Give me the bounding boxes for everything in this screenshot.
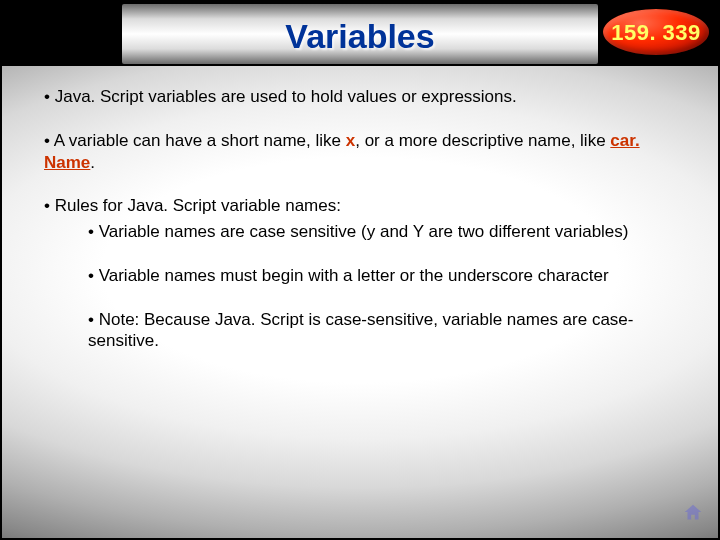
slide-content: • Java. Script variables are used to hol… bbox=[44, 86, 658, 374]
slide-title: Variables bbox=[122, 4, 598, 64]
highlight-x: x bbox=[346, 131, 355, 150]
text: • Java. Script variables are used to hol… bbox=[44, 87, 517, 106]
text: • Variable names must begin with a lette… bbox=[88, 266, 609, 285]
slide: Variables 159. 339 • Java. Script variab… bbox=[0, 0, 720, 540]
text: • Variable names are case sensitive (y a… bbox=[88, 222, 628, 241]
text: • Rules for Java. Script variable names: bbox=[44, 196, 341, 215]
home-icon[interactable] bbox=[682, 502, 704, 524]
text: . bbox=[90, 153, 95, 172]
bullet-intro: • Java. Script variables are used to hol… bbox=[44, 86, 658, 108]
text: • Note: Because Java. Script is case-sen… bbox=[88, 310, 633, 351]
bullet-rules-header: • Rules for Java. Script variable names: bbox=[44, 195, 658, 217]
text: , or a more descriptive name, like bbox=[355, 131, 610, 150]
bullet-naming: • A variable can have a short name, like… bbox=[44, 130, 658, 174]
sub-bullet-letter-underscore: • Variable names must begin with a lette… bbox=[88, 265, 658, 287]
sub-bullet-note: • Note: Because Java. Script is case-sen… bbox=[88, 309, 658, 353]
text: • A variable can have a short name, like bbox=[44, 131, 346, 150]
slide-number-badge: 159. 339 bbox=[600, 6, 712, 58]
title-band: Variables 159. 339 bbox=[2, 2, 718, 66]
sub-bullet-case-sensitive: • Variable names are case sensitive (y a… bbox=[88, 221, 658, 243]
